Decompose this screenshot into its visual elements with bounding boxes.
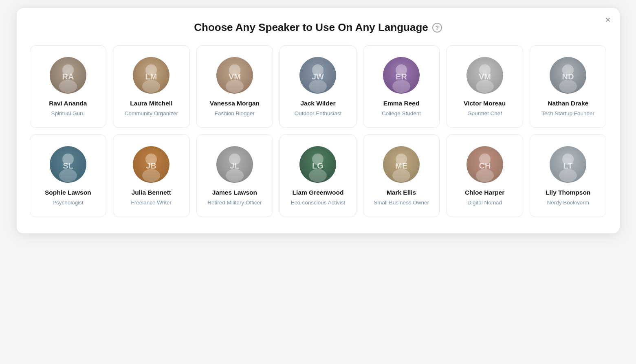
speaker-role-vanessa: Fashion Blogger xyxy=(215,110,255,118)
speaker-card-nathan[interactable]: ND Nathan DrakeTech Startup Founder xyxy=(530,45,607,128)
svg-point-6 xyxy=(142,80,160,93)
avatar-james: JL xyxy=(216,146,253,183)
svg-text:JB: JB xyxy=(146,161,157,170)
svg-point-30 xyxy=(59,169,77,182)
speaker-name-mark: Mark Ellis xyxy=(387,189,416,197)
avatar-ravi: RA xyxy=(50,57,86,94)
speaker-card-victor[interactable]: VM Victor MoreauGourmet Chef xyxy=(446,45,523,128)
avatar-sophie: SL xyxy=(50,146,86,183)
speaker-name-sophie: Sophie Lawson xyxy=(45,189,91,197)
speaker-name-laura: Laura Mitchell xyxy=(130,99,172,107)
speaker-name-liam: Liam Greenwood xyxy=(293,189,344,197)
svg-point-50 xyxy=(476,169,494,182)
speaker-card-mark[interactable]: ME Mark EllisSmall Business Owner xyxy=(363,134,440,217)
speaker-role-laura: Community Organizer xyxy=(125,110,178,118)
svg-point-34 xyxy=(142,169,160,182)
speaker-card-liam[interactable]: LG Liam GreenwoodEco-conscious Activist xyxy=(279,134,357,217)
avatar-mark: ME xyxy=(383,146,420,183)
speaker-role-emma: College Student xyxy=(382,110,421,118)
speaker-card-julia[interactable]: JB Julia BennettFreelance Writer xyxy=(113,134,190,217)
speaker-name-nathan: Nathan Drake xyxy=(548,99,588,107)
speaker-name-chloe: Chloe Harper xyxy=(465,189,504,197)
svg-point-18 xyxy=(392,80,410,93)
svg-point-54 xyxy=(559,169,577,182)
svg-text:VM: VM xyxy=(479,72,491,81)
speaker-card-jack[interactable]: JW Jack WilderOutdoor Enthusiast xyxy=(279,45,357,128)
speaker-role-ravi: Spiritual Guru xyxy=(51,110,85,118)
avatar-liam: LG xyxy=(299,146,336,183)
avatar-vanessa: VM xyxy=(216,57,253,94)
speaker-name-jack: Jack Wilder xyxy=(300,99,335,107)
svg-point-46 xyxy=(392,169,410,182)
svg-point-22 xyxy=(476,80,494,93)
speaker-card-laura[interactable]: LM Laura MitchellCommunity Organizer xyxy=(113,45,190,128)
svg-text:VM: VM xyxy=(229,72,241,81)
svg-text:LM: LM xyxy=(145,72,157,81)
speaker-name-vanessa: Vanessa Morgan xyxy=(210,99,260,107)
svg-text:ND: ND xyxy=(562,72,574,81)
svg-text:JL: JL xyxy=(230,161,239,170)
speaker-name-ravi: Ravi Ananda xyxy=(49,99,87,107)
svg-text:SL: SL xyxy=(63,161,73,170)
speaker-role-mark: Small Business Owner xyxy=(374,199,429,207)
modal-header: Choose Any Speaker to Use On Any Languag… xyxy=(30,21,607,34)
speaker-name-james: James Lawson xyxy=(212,189,257,197)
speaker-card-emma[interactable]: ER Emma ReedCollege Student xyxy=(363,45,440,128)
avatar-laura: LM xyxy=(133,57,169,94)
close-button[interactable]: × xyxy=(605,15,611,24)
speaker-card-sophie[interactable]: SL Sophie LawsonPsychologist xyxy=(30,134,107,217)
svg-text:ME: ME xyxy=(395,161,407,170)
speaker-role-james: Retired Military Officer xyxy=(207,199,262,207)
svg-point-14 xyxy=(309,80,327,93)
speaker-name-lily: Lily Thompson xyxy=(546,189,590,197)
speaker-name-victor: Victor Moreau xyxy=(464,99,506,107)
avatar-chloe: CH xyxy=(467,146,503,183)
speaker-card-ravi[interactable]: RA Ravi AnandaSpiritual Guru xyxy=(30,45,107,128)
speaker-role-lily: Nerdy Bookworm xyxy=(547,199,589,207)
svg-text:CH: CH xyxy=(479,161,491,170)
svg-point-42 xyxy=(309,169,327,182)
avatar-lily: LT xyxy=(550,146,586,183)
speaker-card-chloe[interactable]: CH Chloe HarperDigital Nomad xyxy=(446,134,523,217)
avatar-jack: JW xyxy=(299,57,336,94)
speaker-role-nathan: Tech Startup Founder xyxy=(541,110,594,118)
speaker-card-vanessa[interactable]: VM Vanessa MorganFashion Blogger xyxy=(196,45,273,128)
svg-text:JW: JW xyxy=(312,72,324,81)
help-icon[interactable]: ? xyxy=(432,23,442,33)
speaker-card-lily[interactable]: LT Lily ThompsonNerdy Bookworm xyxy=(530,134,607,217)
speaker-role-sophie: Psychologist xyxy=(53,199,84,207)
speaker-role-chloe: Digital Nomad xyxy=(467,199,502,207)
svg-point-10 xyxy=(226,80,244,93)
speaker-selector-modal: × Choose Any Speaker to Use On Any Langu… xyxy=(17,8,620,233)
speaker-role-jack: Outdoor Enthusiast xyxy=(295,110,342,118)
svg-point-2 xyxy=(59,80,77,93)
avatar-emma: ER xyxy=(383,57,420,94)
speaker-grid: RA Ravi AnandaSpiritual Guru LM Laura Mi… xyxy=(30,45,607,217)
svg-text:RA: RA xyxy=(62,72,74,81)
svg-point-26 xyxy=(559,80,577,93)
avatar-victor: VM xyxy=(467,57,503,94)
avatar-julia: JB xyxy=(133,146,169,183)
speaker-card-james[interactable]: JL James LawsonRetired Military Officer xyxy=(196,134,273,217)
speaker-role-julia: Freelance Writer xyxy=(131,199,172,207)
svg-point-38 xyxy=(226,169,244,182)
svg-text:LG: LG xyxy=(312,161,324,170)
speaker-name-emma: Emma Reed xyxy=(383,99,420,107)
avatar-nathan: ND xyxy=(550,57,586,94)
svg-text:ER: ER xyxy=(396,72,407,81)
svg-text:LT: LT xyxy=(563,161,573,170)
speaker-role-liam: Eco-conscious Activist xyxy=(291,199,346,207)
modal-title: Choose Any Speaker to Use On Any Languag… xyxy=(194,21,428,34)
speaker-name-julia: Julia Bennett xyxy=(132,189,171,197)
speaker-role-victor: Gourmet Chef xyxy=(467,110,502,118)
